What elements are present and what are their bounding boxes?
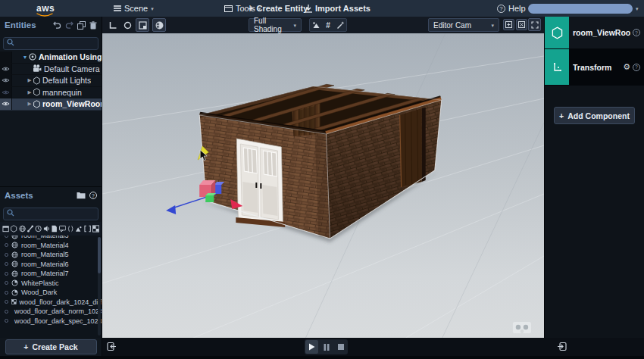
viewport-canvas[interactable] — [102, 33, 544, 338]
component-help-icon[interactable]: ? — [633, 64, 640, 71]
playback-bar — [102, 338, 644, 356]
camera-dropdown[interactable]: Editor Cam ▾ — [428, 18, 499, 32]
collapse-right-panel-icon[interactable] — [557, 342, 567, 351]
pause-button[interactable] — [320, 340, 333, 354]
hamburger-icon — [114, 5, 121, 11]
assets-help-icon[interactable]: ? — [89, 192, 97, 199]
entity-row-default-camera[interactable]: Default Camera — [0, 64, 102, 76]
assets-search-input[interactable] — [3, 208, 98, 220]
entity-accent-strip — [545, 17, 569, 48]
asset-item[interactable]: wood_floor_dark_spec_1024 — [5, 317, 102, 326]
visibility-gutter[interactable] — [0, 98, 12, 110]
entity-icon — [33, 88, 40, 96]
entity-row-animation-using-fbx[interactable]: ▼ Animation Using .fbx — [0, 52, 102, 64]
world-space-icon[interactable] — [152, 18, 166, 32]
entities-search — [0, 33, 102, 52]
entity-help-icon[interactable]: ? — [633, 29, 640, 36]
transform-component-header[interactable]: Transform ⚙ ? — [545, 49, 644, 86]
rotate-tool-icon[interactable] — [120, 18, 134, 32]
material-icon — [11, 242, 18, 248]
help-menu[interactable]: ? Help ▾ — [497, 0, 531, 17]
script-filter-icon[interactable] — [52, 225, 57, 233]
asset-item[interactable]: room_Material5 — [5, 250, 102, 260]
asset-filter-bar — [0, 222, 102, 236]
aws-logo[interactable]: aws — [36, 0, 55, 17]
create-pack-button[interactable]: + Create Pack — [5, 339, 97, 354]
entity-row-default-lights[interactable]: ▶ Default Lights — [0, 75, 102, 87]
model-filter-icon[interactable] — [75, 225, 82, 233]
visibility-gutter[interactable] — [0, 64, 12, 75]
asset-item[interactable]: WhitePlastic — [5, 279, 102, 289]
entities-title: Entities — [5, 20, 53, 30]
asset-item[interactable]: wood_floor_dark_1024_diff — [5, 298, 102, 307]
asset-item[interactable]: room_Material6 — [5, 260, 102, 270]
move-tool-icon[interactable] — [105, 18, 119, 32]
aws-logo-text: aws — [36, 3, 55, 14]
asset-item[interactable]: room_Material7 — [5, 269, 102, 279]
entity-icon — [33, 100, 40, 108]
white-door — [236, 139, 285, 227]
create-entity-button[interactable]: + Create Entity — [249, 0, 308, 17]
grid-toggle-icon[interactable]: # — [322, 19, 334, 31]
caret-down-icon: ▾ — [636, 6, 639, 11]
entity-row-room-viewroom-fbx[interactable]: ▶ room_ViewRoom.fbx — [0, 98, 102, 111]
collapse-caret-icon[interactable]: ▶ — [27, 89, 33, 95]
menu-scene[interactable]: Scene ▾ — [114, 0, 154, 17]
scrollbar-track[interactable] — [98, 237, 101, 336]
assets-title: Assets — [5, 191, 77, 200]
asset-item[interactable]: room_Material4 — [5, 241, 102, 251]
asset-item[interactable]: Wood_Dark — [5, 288, 102, 298]
fullscreen-icon[interactable] — [528, 18, 541, 31]
scene-preview-icon[interactable] — [310, 19, 322, 31]
speech-filter-icon[interactable] — [59, 225, 66, 233]
duplicate-icon[interactable] — [77, 21, 86, 30]
play-button[interactable] — [305, 340, 318, 354]
rig-filter-icon[interactable] — [84, 225, 91, 233]
entity-icon — [33, 76, 40, 85]
scene-root-icon — [29, 53, 36, 61]
pack-filter-icon[interactable] — [2, 225, 9, 233]
texture-filter-icon[interactable] — [92, 225, 99, 233]
collapse-caret-icon[interactable]: ▶ — [27, 101, 33, 107]
asset-item[interactable]: wood_floor_dark_norm_1024 — [5, 307, 102, 317]
scrollbar-thumb[interactable] — [98, 237, 101, 273]
account-caret[interactable]: ▾ — [636, 0, 639, 17]
bullet-icon — [5, 243, 8, 247]
import-assets-button[interactable]: Import Assets — [305, 0, 370, 17]
account-name-redacted[interactable] — [528, 4, 633, 14]
entities-search-input[interactable] — [3, 37, 98, 50]
assets-panel: Assets ? — [0, 186, 102, 338]
viewport[interactable]: Full Shading ▾ # Editor Cam ▾ — [102, 17, 544, 338]
inspector-entity-header[interactable]: room_ViewRoom.... ? — [545, 17, 644, 49]
undo-icon[interactable] — [53, 21, 61, 29]
entity-filter-icon[interactable] — [11, 225, 17, 233]
collapse-left-panel-icon[interactable] — [107, 342, 117, 351]
folder-icon[interactable] — [77, 192, 86, 199]
visibility-gutter[interactable] — [0, 87, 12, 98]
add-component-button[interactable]: + Add Component — [554, 107, 635, 124]
redo-icon[interactable] — [65, 21, 73, 29]
visibility-gutter[interactable] — [0, 75, 12, 86]
visibility-gutter[interactable] — [0, 52, 12, 63]
clock-filter-icon[interactable] — [35, 225, 42, 233]
sound-filter-icon[interactable] — [43, 225, 50, 233]
gear-icon[interactable]: ⚙ — [623, 63, 630, 71]
assets-search — [0, 204, 102, 222]
entity-row-mannequin[interactable]: ▶ mannequin — [0, 87, 102, 99]
trash-icon[interactable] — [89, 21, 97, 30]
entity-tree: ▼ Animation Using .fbx Default Camera ▶ — [0, 52, 102, 111]
effects-wand-icon[interactable] — [334, 19, 346, 31]
shading-mode-dropdown[interactable]: Full Shading ▾ — [249, 18, 302, 32]
collapse-caret-icon[interactable]: ▶ — [27, 77, 33, 83]
scale-tool-icon[interactable] — [136, 18, 149, 32]
material-filter-icon[interactable] — [19, 225, 26, 233]
frame-all-icon[interactable] — [503, 19, 514, 30]
frame-selection-icon[interactable] — [516, 19, 527, 30]
bullet-icon — [5, 291, 8, 295]
stop-button[interactable] — [334, 340, 347, 354]
entities-header: Entities — [0, 17, 102, 33]
material-icon — [11, 270, 18, 277]
skeleton-filter-icon[interactable] — [27, 225, 33, 233]
expand-caret-icon[interactable]: ▼ — [22, 55, 28, 60]
json-filter-icon[interactable] — [67, 225, 73, 233]
